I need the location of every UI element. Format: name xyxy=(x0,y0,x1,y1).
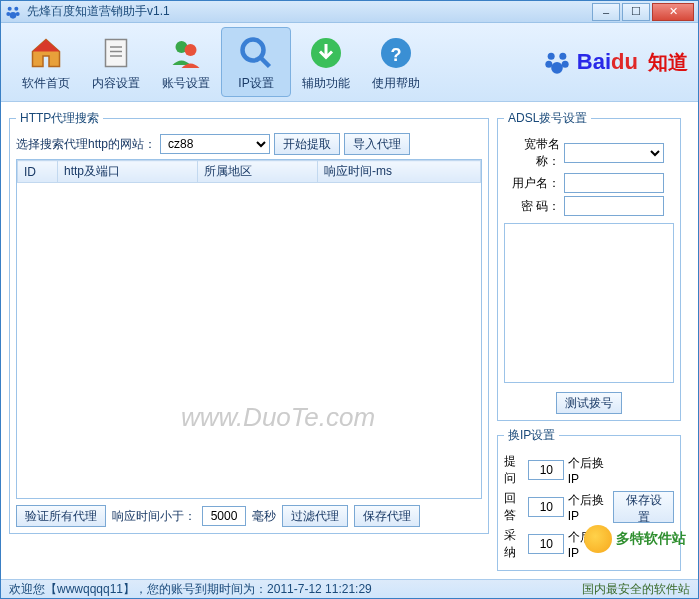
proxy-table[interactable]: ID http及端口 所属地区 响应时间-ms xyxy=(16,159,482,499)
start-extract-button[interactable]: 开始提取 xyxy=(274,133,340,155)
ip-change-legend: 换IP设置 xyxy=(504,427,559,444)
tab-aux[interactable]: 辅助功能 xyxy=(291,27,361,97)
site-label: 选择搜索代理http的网站： xyxy=(16,136,156,153)
tab-help-label: 使用帮助 xyxy=(372,75,420,92)
tab-help[interactable]: ? 使用帮助 xyxy=(361,27,431,97)
svg-line-12 xyxy=(261,57,270,66)
a-label: 回答 xyxy=(504,490,525,524)
http-proxy-group: HTTP代理搜索 选择搜索代理http的网站： cz88 开始提取 导入代理 I… xyxy=(9,110,489,534)
svg-point-11 xyxy=(243,39,264,60)
a-input[interactable] xyxy=(528,497,564,517)
q-input[interactable] xyxy=(528,460,564,480)
svg-point-0 xyxy=(8,6,12,10)
user-input[interactable] xyxy=(564,173,664,193)
statusbar: 欢迎您【wwwqqqq11】，您的账号到期时间为：2011-7-12 11:21… xyxy=(1,579,698,598)
svg-text:?: ? xyxy=(391,44,402,64)
q-suffix: 个后换IP xyxy=(568,455,609,486)
baidu-paw-icon xyxy=(543,48,571,76)
filter-ms-input[interactable] xyxy=(202,506,246,526)
tab-home[interactable]: 软件首页 xyxy=(11,27,81,97)
brand-zhidao: 知道 xyxy=(648,49,688,76)
toolbar: 软件首页 内容设置 账号设置 IP设置 辅助功能 ? 使用帮助 Baidu 知道 xyxy=(1,23,698,102)
svg-rect-5 xyxy=(106,39,127,66)
adsl-group: ADSL拨号设置 宽带名称： 用户名： 密 码： 测试拨号 xyxy=(497,110,681,421)
http-proxy-legend: HTTP代理搜索 xyxy=(16,110,103,127)
svg-point-10 xyxy=(185,44,197,56)
maximize-button[interactable]: ☐ xyxy=(622,3,650,21)
help-icon: ? xyxy=(376,33,416,73)
col-region[interactable]: 所属地区 xyxy=(198,161,318,183)
filter-label: 响应时间小于： xyxy=(112,508,196,525)
tab-account[interactable]: 账号设置 xyxy=(151,27,221,97)
c-input[interactable] xyxy=(528,534,564,554)
adsl-log[interactable] xyxy=(504,223,674,383)
bandwidth-label: 宽带名称： xyxy=(504,136,560,170)
filter-proxy-button[interactable]: 过滤代理 xyxy=(282,505,348,527)
duote-text: 多特软件站 xyxy=(616,530,686,548)
svg-point-17 xyxy=(559,53,566,60)
col-id[interactable]: ID xyxy=(18,161,58,183)
duote-bird-icon xyxy=(584,525,612,553)
c-label: 采纳 xyxy=(504,527,525,561)
svg-point-16 xyxy=(548,53,555,60)
site-select[interactable]: cz88 xyxy=(160,134,270,154)
brand-logo: Baidu 知道 xyxy=(543,48,688,76)
save-settings-button[interactable]: 保存设置 xyxy=(613,491,674,523)
window-buttons: – ☐ ✕ xyxy=(592,3,694,21)
titlebar: 先烽百度知道营销助手v1.1 – ☐ ✕ xyxy=(1,1,698,23)
minimize-button[interactable]: – xyxy=(592,3,620,21)
brand-du: du xyxy=(611,49,638,74)
home-icon xyxy=(26,33,66,73)
a-suffix: 个后换IP xyxy=(568,492,609,523)
tab-ip[interactable]: IP设置 xyxy=(221,27,291,97)
save-proxy-button[interactable]: 保存代理 xyxy=(354,505,420,527)
svg-point-4 xyxy=(10,12,17,19)
tab-ip-label: IP设置 xyxy=(238,75,273,92)
q-label: 提问 xyxy=(504,453,525,487)
app-window: 先烽百度知道营销助手v1.1 – ☐ ✕ 软件首页 内容设置 账号设置 IP设置… xyxy=(0,0,699,599)
bandwidth-select[interactable] xyxy=(564,143,664,163)
filter-unit: 毫秒 xyxy=(252,508,276,525)
tab-content-label: 内容设置 xyxy=(92,75,140,92)
import-proxy-button[interactable]: 导入代理 xyxy=(344,133,410,155)
content-area: HTTP代理搜索 选择搜索代理http的网站： cz88 开始提取 导入代理 I… xyxy=(1,102,698,579)
download-icon xyxy=(306,33,346,73)
pass-label: 密 码： xyxy=(504,198,560,215)
status-left: 欢迎您【wwwqqqq11】，您的账号到期时间为：2011-7-12 11:21… xyxy=(9,581,372,598)
window-title: 先烽百度知道营销助手v1.1 xyxy=(27,3,592,20)
tab-home-label: 软件首页 xyxy=(22,75,70,92)
user-label: 用户名： xyxy=(504,175,560,192)
search-icon xyxy=(236,33,276,73)
col-http[interactable]: http及端口 xyxy=(58,161,198,183)
tab-account-label: 账号设置 xyxy=(162,75,210,92)
verify-all-button[interactable]: 验证所有代理 xyxy=(16,505,106,527)
users-icon xyxy=(166,33,206,73)
tab-content[interactable]: 内容设置 xyxy=(81,27,151,97)
status-right: 国内最安全的软件站 xyxy=(582,581,690,598)
pass-input[interactable] xyxy=(564,196,664,216)
close-button[interactable]: ✕ xyxy=(652,3,694,21)
svg-point-20 xyxy=(551,62,563,74)
col-ping[interactable]: 响应时间-ms xyxy=(318,161,481,183)
tab-aux-label: 辅助功能 xyxy=(302,75,350,92)
app-icon xyxy=(5,4,21,20)
test-dial-button[interactable]: 测试拨号 xyxy=(556,392,622,414)
document-icon xyxy=(96,33,136,73)
duote-watermark: 多特软件站 xyxy=(584,525,686,553)
brand-bai: Bai xyxy=(577,49,611,74)
adsl-legend: ADSL拨号设置 xyxy=(504,110,591,127)
svg-point-1 xyxy=(14,6,18,10)
